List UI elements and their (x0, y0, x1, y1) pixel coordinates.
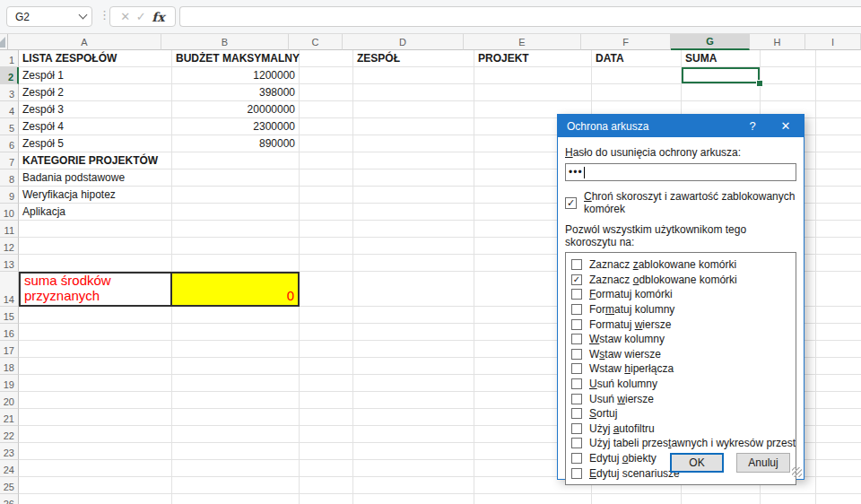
help-icon[interactable]: ? (737, 119, 768, 133)
permission-item-7[interactable]: Wstaw hiperłącza (566, 361, 796, 377)
permission-item-8[interactable]: Usuń kolumny (566, 377, 796, 392)
cell-C20[interactable] (300, 392, 353, 409)
cell-B12[interactable] (172, 238, 300, 255)
resize-grip[interactable] (792, 467, 802, 477)
cell-C3[interactable] (300, 84, 353, 101)
cell-D21[interactable] (353, 409, 474, 426)
checkbox-icon[interactable] (571, 304, 582, 315)
cell-C18[interactable] (300, 358, 353, 375)
row-header-9[interactable]: 9 (0, 187, 19, 204)
cell-C7[interactable] (300, 152, 353, 169)
select-all-corner[interactable] (0, 34, 8, 50)
row-header-12[interactable]: 12 (0, 238, 19, 255)
permission-item-11[interactable]: Użyj autofiltru (566, 421, 796, 437)
cell-I17[interactable] (816, 341, 861, 358)
cell-D10[interactable] (353, 204, 474, 221)
cell-I24[interactable] (816, 460, 861, 477)
cell-I18[interactable] (816, 358, 861, 375)
checkbox-icon[interactable] (571, 349, 582, 360)
row-header-4[interactable]: 4 (0, 101, 19, 118)
row-header-13[interactable]: 13 (0, 255, 19, 272)
permission-item-10[interactable]: Sortuj (566, 406, 796, 421)
cell-I21[interactable] (816, 409, 861, 426)
row-header-10[interactable]: 10 (0, 204, 19, 221)
cell-C25[interactable] (300, 477, 353, 494)
col-header-H[interactable]: H (750, 34, 805, 50)
insert-function-icon[interactable]: fx (152, 10, 164, 24)
cell-D20[interactable] (353, 392, 474, 409)
cancel-button[interactable]: Anuluj (736, 453, 790, 473)
checkbox-icon[interactable] (571, 408, 582, 419)
cell-A8[interactable]: Badania podstawowe (19, 169, 172, 187)
protect-contents-checkbox[interactable]: ✓ Chroń skoroszyt i zawartość zablokowan… (565, 190, 796, 215)
enter-icon[interactable]: ✓ (136, 10, 146, 23)
chevron-down-icon[interactable] (79, 11, 88, 20)
cell-I14[interactable] (816, 272, 861, 307)
cell-A5[interactable]: Zespół 4 (19, 118, 172, 135)
cell-A2[interactable]: Zespół 1 (19, 67, 172, 84)
row-header-24[interactable]: 24 (0, 460, 19, 477)
cell-D19[interactable] (353, 375, 474, 392)
cell-A13[interactable] (19, 255, 172, 272)
cell-D9[interactable] (353, 187, 474, 204)
permission-item-1[interactable]: ✓Zaznacz odblokowane komórki (566, 273, 796, 288)
cell-B8[interactable] (172, 169, 300, 187)
checkbox-icon[interactable] (571, 468, 582, 479)
cell-B24[interactable] (172, 460, 300, 477)
cell-A23[interactable] (19, 443, 172, 460)
cell-G2[interactable] (682, 67, 761, 84)
row-header-25[interactable]: 25 (0, 477, 19, 494)
cell-A12[interactable] (19, 238, 172, 255)
cell-B21[interactable] (172, 409, 300, 426)
row-header-17[interactable]: 17 (0, 341, 19, 358)
cell-I12[interactable] (816, 238, 861, 255)
cell-B15[interactable] (172, 307, 300, 324)
cell-C17[interactable] (300, 341, 353, 358)
row-header-14[interactable]: 14 (0, 272, 19, 307)
permission-item-2[interactable]: Formatuj komórki (566, 287, 796, 302)
row-header-3[interactable]: 3 (0, 84, 19, 101)
cell-F2[interactable] (592, 67, 682, 84)
cell-A14[interactable]: suma środków przyznanych (19, 272, 172, 307)
cell-C22[interactable] (300, 426, 353, 443)
cell-C2[interactable] (300, 67, 353, 84)
cell-B19[interactable] (172, 375, 300, 392)
row-header-18[interactable]: 18 (0, 358, 19, 375)
row-header-8[interactable]: 8 (0, 169, 19, 187)
cell-D8[interactable] (353, 169, 474, 187)
cell-D23[interactable] (353, 443, 474, 460)
row-header-20[interactable]: 20 (0, 392, 19, 409)
cell-D18[interactable] (353, 358, 474, 375)
cell-C16[interactable] (300, 324, 353, 341)
col-header-B[interactable]: B (161, 34, 289, 50)
cell-B11[interactable] (172, 221, 300, 238)
password-input[interactable]: ••• (565, 163, 796, 181)
col-header-C[interactable]: C (289, 34, 343, 50)
cell-C4[interactable] (300, 101, 353, 118)
cell-I7[interactable] (816, 152, 861, 169)
cell-I19[interactable] (816, 375, 861, 392)
cell-B26[interactable] (172, 494, 300, 504)
cell-D7[interactable] (353, 152, 474, 169)
cell-A18[interactable] (19, 358, 172, 375)
cell-D26[interactable] (353, 494, 474, 504)
cell-H3[interactable] (761, 84, 816, 101)
cell-A7[interactable]: KATEGORIE PROJEKTÓW (19, 152, 172, 169)
row-header-11[interactable]: 11 (0, 221, 19, 238)
cell-C19[interactable] (300, 375, 353, 392)
cell-B13[interactable] (172, 255, 300, 272)
row-header-15[interactable]: 15 (0, 307, 19, 324)
cell-B5[interactable]: 2300000 (172, 118, 300, 135)
cell-I2[interactable] (816, 67, 861, 84)
cell-B6[interactable]: 890000 (172, 135, 300, 152)
permission-item-12[interactable]: Użyj tabeli przestawnych i wykresów prze… (566, 436, 796, 451)
cell-D13[interactable] (353, 255, 474, 272)
cell-F1[interactable]: DATA (592, 50, 682, 67)
cell-I16[interactable] (816, 324, 861, 341)
cell-A3[interactable]: Zespół 2 (19, 84, 172, 101)
cell-C24[interactable] (300, 460, 353, 477)
col-header-G[interactable]: G (671, 34, 750, 50)
cell-D12[interactable] (353, 238, 474, 255)
row-header-16[interactable]: 16 (0, 324, 19, 341)
row-header-23[interactable]: 23 (0, 443, 19, 460)
